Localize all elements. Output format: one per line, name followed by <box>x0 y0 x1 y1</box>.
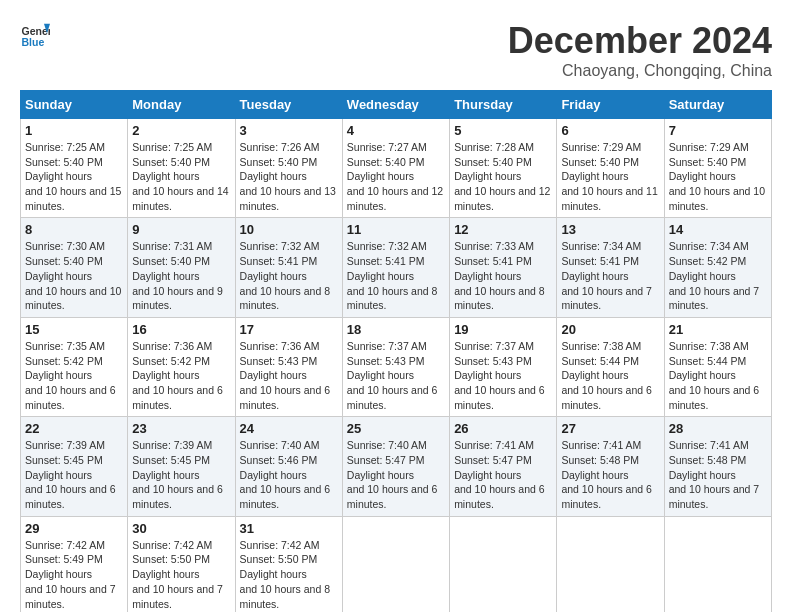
empty-cell <box>557 516 664 612</box>
empty-cell <box>450 516 557 612</box>
empty-cell <box>342 516 449 612</box>
day-info: Sunrise: 7:39 AM Sunset: 5:45 PM Dayligh… <box>25 438 123 511</box>
day-info: Sunrise: 7:32 AM Sunset: 5:41 PM Dayligh… <box>347 239 445 312</box>
day-cell-17: 17 Sunrise: 7:36 AM Sunset: 5:43 PM Dayl… <box>235 317 342 416</box>
day-info: Sunrise: 7:42 AM Sunset: 5:50 PM Dayligh… <box>240 538 338 611</box>
day-number: 24 <box>240 421 338 436</box>
day-cell-26: 26 Sunrise: 7:41 AM Sunset: 5:47 PM Dayl… <box>450 417 557 516</box>
day-info: Sunrise: 7:41 AM Sunset: 5:47 PM Dayligh… <box>454 438 552 511</box>
calendar-table: Sunday Monday Tuesday Wednesday Thursday… <box>20 90 772 612</box>
day-number: 21 <box>669 322 767 337</box>
day-cell-29: 29 Sunrise: 7:42 AM Sunset: 5:49 PM Dayl… <box>21 516 128 612</box>
day-info: Sunrise: 7:38 AM Sunset: 5:44 PM Dayligh… <box>669 339 767 412</box>
day-number: 20 <box>561 322 659 337</box>
day-number: 31 <box>240 521 338 536</box>
day-cell-3: 3 Sunrise: 7:26 AM Sunset: 5:40 PM Dayli… <box>235 119 342 218</box>
day-cell-4: 4 Sunrise: 7:27 AM Sunset: 5:40 PM Dayli… <box>342 119 449 218</box>
day-info: Sunrise: 7:42 AM Sunset: 5:49 PM Dayligh… <box>25 538 123 611</box>
day-cell-14: 14 Sunrise: 7:34 AM Sunset: 5:42 PM Dayl… <box>664 218 771 317</box>
day-info: Sunrise: 7:34 AM Sunset: 5:42 PM Dayligh… <box>669 239 767 312</box>
day-number: 14 <box>669 222 767 237</box>
day-info: Sunrise: 7:36 AM Sunset: 5:43 PM Dayligh… <box>240 339 338 412</box>
day-number: 1 <box>25 123 123 138</box>
day-number: 22 <box>25 421 123 436</box>
day-cell-27: 27 Sunrise: 7:41 AM Sunset: 5:48 PM Dayl… <box>557 417 664 516</box>
day-info: Sunrise: 7:36 AM Sunset: 5:42 PM Dayligh… <box>132 339 230 412</box>
logo: General Blue <box>20 20 50 50</box>
day-number: 27 <box>561 421 659 436</box>
day-info: Sunrise: 7:37 AM Sunset: 5:43 PM Dayligh… <box>347 339 445 412</box>
day-cell-24: 24 Sunrise: 7:40 AM Sunset: 5:46 PM Dayl… <box>235 417 342 516</box>
day-info: Sunrise: 7:42 AM Sunset: 5:50 PM Dayligh… <box>132 538 230 611</box>
day-info: Sunrise: 7:30 AM Sunset: 5:40 PM Dayligh… <box>25 239 123 312</box>
day-number: 9 <box>132 222 230 237</box>
day-info: Sunrise: 7:40 AM Sunset: 5:47 PM Dayligh… <box>347 438 445 511</box>
day-cell-25: 25 Sunrise: 7:40 AM Sunset: 5:47 PM Dayl… <box>342 417 449 516</box>
header-wednesday: Wednesday <box>342 91 449 119</box>
svg-text:Blue: Blue <box>22 36 45 48</box>
day-number: 5 <box>454 123 552 138</box>
empty-cell <box>664 516 771 612</box>
day-number: 28 <box>669 421 767 436</box>
day-number: 10 <box>240 222 338 237</box>
day-number: 26 <box>454 421 552 436</box>
day-info: Sunrise: 7:40 AM Sunset: 5:46 PM Dayligh… <box>240 438 338 511</box>
day-number: 13 <box>561 222 659 237</box>
calendar-subtitle: Chaoyang, Chongqing, China <box>508 62 772 80</box>
day-info: Sunrise: 7:35 AM Sunset: 5:42 PM Dayligh… <box>25 339 123 412</box>
day-cell-7: 7 Sunrise: 7:29 AM Sunset: 5:40 PM Dayli… <box>664 119 771 218</box>
day-cell-13: 13 Sunrise: 7:34 AM Sunset: 5:41 PM Dayl… <box>557 218 664 317</box>
day-info: Sunrise: 7:34 AM Sunset: 5:41 PM Dayligh… <box>561 239 659 312</box>
day-number: 25 <box>347 421 445 436</box>
page-header: General Blue December 2024 Chaoyang, Cho… <box>20 20 772 80</box>
day-number: 6 <box>561 123 659 138</box>
day-info: Sunrise: 7:29 AM Sunset: 5:40 PM Dayligh… <box>669 140 767 213</box>
header-sunday: Sunday <box>21 91 128 119</box>
day-cell-31: 31 Sunrise: 7:42 AM Sunset: 5:50 PM Dayl… <box>235 516 342 612</box>
day-cell-11: 11 Sunrise: 7:32 AM Sunset: 5:41 PM Dayl… <box>342 218 449 317</box>
day-number: 3 <box>240 123 338 138</box>
week-row-1: 1 Sunrise: 7:25 AM Sunset: 5:40 PM Dayli… <box>21 119 772 218</box>
day-cell-28: 28 Sunrise: 7:41 AM Sunset: 5:48 PM Dayl… <box>664 417 771 516</box>
day-cell-12: 12 Sunrise: 7:33 AM Sunset: 5:41 PM Dayl… <box>450 218 557 317</box>
day-cell-15: 15 Sunrise: 7:35 AM Sunset: 5:42 PM Dayl… <box>21 317 128 416</box>
day-cell-18: 18 Sunrise: 7:37 AM Sunset: 5:43 PM Dayl… <box>342 317 449 416</box>
logo-icon: General Blue <box>20 20 50 50</box>
day-info: Sunrise: 7:41 AM Sunset: 5:48 PM Dayligh… <box>669 438 767 511</box>
day-info: Sunrise: 7:25 AM Sunset: 5:40 PM Dayligh… <box>25 140 123 213</box>
day-info: Sunrise: 7:39 AM Sunset: 5:45 PM Dayligh… <box>132 438 230 511</box>
day-info: Sunrise: 7:25 AM Sunset: 5:40 PM Dayligh… <box>132 140 230 213</box>
day-number: 8 <box>25 222 123 237</box>
day-number: 30 <box>132 521 230 536</box>
day-number: 16 <box>132 322 230 337</box>
day-cell-16: 16 Sunrise: 7:36 AM Sunset: 5:42 PM Dayl… <box>128 317 235 416</box>
day-number: 18 <box>347 322 445 337</box>
header-saturday: Saturday <box>664 91 771 119</box>
header-friday: Friday <box>557 91 664 119</box>
day-info: Sunrise: 7:28 AM Sunset: 5:40 PM Dayligh… <box>454 140 552 213</box>
title-section: December 2024 Chaoyang, Chongqing, China <box>508 20 772 80</box>
day-number: 29 <box>25 521 123 536</box>
week-row-2: 8 Sunrise: 7:30 AM Sunset: 5:40 PM Dayli… <box>21 218 772 317</box>
day-info: Sunrise: 7:38 AM Sunset: 5:44 PM Dayligh… <box>561 339 659 412</box>
day-info: Sunrise: 7:26 AM Sunset: 5:40 PM Dayligh… <box>240 140 338 213</box>
header-monday: Monday <box>128 91 235 119</box>
day-cell-5: 5 Sunrise: 7:28 AM Sunset: 5:40 PM Dayli… <box>450 119 557 218</box>
weekday-header-row: Sunday Monday Tuesday Wednesday Thursday… <box>21 91 772 119</box>
week-row-3: 15 Sunrise: 7:35 AM Sunset: 5:42 PM Dayl… <box>21 317 772 416</box>
day-info: Sunrise: 7:27 AM Sunset: 5:40 PM Dayligh… <box>347 140 445 213</box>
day-info: Sunrise: 7:41 AM Sunset: 5:48 PM Dayligh… <box>561 438 659 511</box>
week-row-4: 22 Sunrise: 7:39 AM Sunset: 5:45 PM Dayl… <box>21 417 772 516</box>
day-info: Sunrise: 7:29 AM Sunset: 5:40 PM Dayligh… <box>561 140 659 213</box>
day-cell-30: 30 Sunrise: 7:42 AM Sunset: 5:50 PM Dayl… <box>128 516 235 612</box>
day-number: 19 <box>454 322 552 337</box>
calendar-title: December 2024 <box>508 20 772 62</box>
header-tuesday: Tuesday <box>235 91 342 119</box>
day-number: 23 <box>132 421 230 436</box>
day-cell-22: 22 Sunrise: 7:39 AM Sunset: 5:45 PM Dayl… <box>21 417 128 516</box>
day-number: 7 <box>669 123 767 138</box>
day-info: Sunrise: 7:37 AM Sunset: 5:43 PM Dayligh… <box>454 339 552 412</box>
day-cell-2: 2 Sunrise: 7:25 AM Sunset: 5:40 PM Dayli… <box>128 119 235 218</box>
day-info: Sunrise: 7:33 AM Sunset: 5:41 PM Dayligh… <box>454 239 552 312</box>
header-thursday: Thursday <box>450 91 557 119</box>
